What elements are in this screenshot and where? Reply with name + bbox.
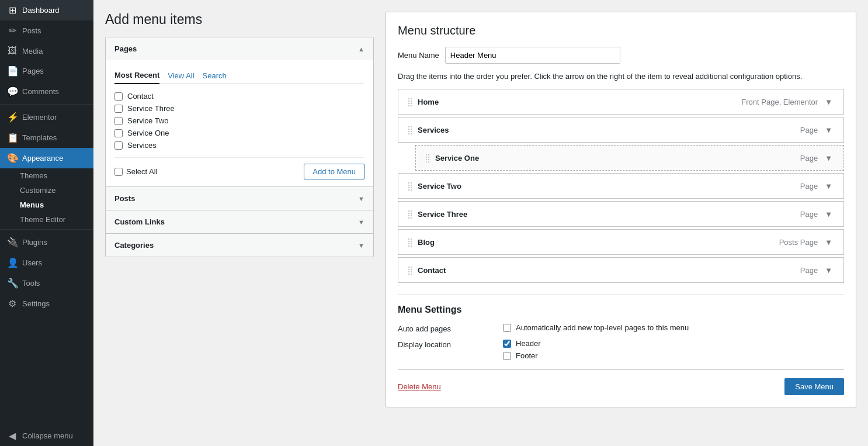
elementor-icon: ⚡ xyxy=(7,112,18,123)
service-two-checkbox[interactable] xyxy=(114,117,123,125)
tab-search[interactable]: Search xyxy=(203,67,227,84)
menu-name-input[interactable] xyxy=(445,47,620,64)
footer-checkbox[interactable] xyxy=(503,352,511,360)
menu-item-type: Page xyxy=(800,126,818,134)
auto-add-row: Auto add pages Automatically add new top… xyxy=(398,323,844,333)
menu-item-expand-button[interactable]: ▼ xyxy=(822,210,835,219)
header-checkbox[interactable] xyxy=(503,340,511,348)
services-label[interactable]: Services xyxy=(127,141,157,150)
auto-add-checkbox[interactable] xyxy=(503,324,511,332)
menu-item-expand-button[interactable]: ▼ xyxy=(822,126,835,134)
drag-handle-icon: ⣿ xyxy=(425,153,430,163)
menu-item-contact[interactable]: ⣿ Contact Page ▼ xyxy=(398,257,844,283)
menu-name-label: Menu Name xyxy=(398,51,439,60)
menu-item-expand-button[interactable]: ▼ xyxy=(822,182,835,191)
pages-accordion-header[interactable]: Pages ▲ xyxy=(106,37,373,60)
media-icon: 🖼 xyxy=(7,46,18,56)
custom-links-accordion: Custom Links ▼ xyxy=(106,210,373,234)
service-one-label[interactable]: Service One xyxy=(127,129,169,137)
select-all-label[interactable]: Select All xyxy=(114,167,157,176)
right-panel: Menu structure Menu Name Drag the items … xyxy=(386,12,856,407)
sidebar-item-pages[interactable]: 📄 Pages xyxy=(0,61,93,81)
left-panel: Add menu items Pages ▲ Most Recent View … xyxy=(105,12,374,257)
sidebar-item-media[interactable]: 🖼 Media xyxy=(0,41,93,61)
sidebar-item-plugins[interactable]: 🔌 Plugins xyxy=(0,232,93,253)
menu-actions: Delete Menu Save Menu xyxy=(398,369,844,395)
drag-handle-icon: ⣿ xyxy=(407,97,413,106)
drag-handle-icon: ⣿ xyxy=(407,265,413,275)
sidebar-item-appearance[interactable]: 🎨 Appearance xyxy=(0,148,93,168)
select-all-checkbox[interactable] xyxy=(114,168,123,176)
sidebar-item-dashboard[interactable]: ⊞ Dashboard xyxy=(0,0,93,20)
drag-handle-icon: ⣿ xyxy=(407,209,413,219)
sidebar-item-elementor[interactable]: ⚡ Elementor xyxy=(0,107,93,127)
sidebar-item-label: Tools xyxy=(22,279,40,288)
posts-section-title: Posts xyxy=(114,194,135,203)
submenu-menus[interactable]: Menus xyxy=(12,198,93,212)
sidebar-item-templates[interactable]: 📋 Templates xyxy=(0,127,93,148)
menu-item-expand-button[interactable]: ▼ xyxy=(822,266,835,275)
page-title: Add menu items xyxy=(105,12,374,27)
drag-handle-icon: ⣿ xyxy=(407,181,413,191)
pages-tab-row: Most Recent View All Search xyxy=(114,67,364,84)
settings-icon: ⚙ xyxy=(7,298,18,309)
auto-add-option[interactable]: Automatically add new top-level pages to… xyxy=(503,323,689,332)
sidebar-item-settings[interactable]: ⚙ Settings xyxy=(0,293,93,314)
sidebar-item-label: Templates xyxy=(22,133,57,142)
sidebar-item-collapse[interactable]: ◀ Collapse menu xyxy=(0,426,93,446)
sidebar-item-label: Elementor xyxy=(22,113,57,122)
display-location-label: Display location xyxy=(398,339,503,360)
submenu-themes[interactable]: Themes xyxy=(12,168,93,183)
list-item: Services xyxy=(114,139,364,151)
contact-label[interactable]: Contact xyxy=(127,92,154,101)
sidebar-item-users[interactable]: 👤 Users xyxy=(0,253,93,273)
add-menu-items-panel: Pages ▲ Most Recent View All Search C xyxy=(105,37,374,257)
contact-checkbox[interactable] xyxy=(114,92,123,101)
pages-chevron-up-icon: ▲ xyxy=(358,46,364,53)
drag-hint: Drag the items into the order you prefer… xyxy=(398,72,844,81)
display-location-row: Display location Header Footer xyxy=(398,339,844,360)
service-one-checkbox[interactable] xyxy=(114,129,123,137)
sidebar-item-comments[interactable]: 💬 Comments xyxy=(0,81,93,102)
menu-item-expand-button[interactable]: ▼ xyxy=(822,154,835,163)
sidebar-item-label: Media xyxy=(22,47,43,56)
menu-item-service-three[interactable]: ⣿ Service Three Page ▼ xyxy=(398,201,844,227)
menu-item-service-one[interactable]: ⣿ Service One Page ▼ xyxy=(415,145,844,171)
sidebar-item-tools[interactable]: 🔧 Tools xyxy=(0,273,93,293)
auto-add-label: Auto add pages xyxy=(398,323,503,333)
menu-item-services[interactable]: ⣿ Services Page ▼ xyxy=(398,117,844,143)
services-checkbox[interactable] xyxy=(114,141,123,150)
collapse-label: Collapse menu xyxy=(22,431,73,440)
submenu-theme-editor[interactable]: Theme Editor xyxy=(12,212,93,227)
menu-item-expand-button[interactable]: ▼ xyxy=(822,98,835,106)
custom-links-title: Custom Links xyxy=(114,217,165,226)
menu-item-name: Service Two xyxy=(418,182,461,191)
save-menu-button[interactable]: Save Menu xyxy=(784,378,844,395)
add-to-menu-button[interactable]: Add to Menu xyxy=(304,164,364,179)
categories-accordion-header[interactable]: Categories ▼ xyxy=(106,234,373,257)
delete-menu-button[interactable]: Delete Menu xyxy=(398,382,441,391)
menu-item-expand-button[interactable]: ▼ xyxy=(822,238,835,247)
appearance-submenu: Themes Customize Menus Theme Editor xyxy=(0,168,93,227)
footer-location-option[interactable]: Footer xyxy=(503,351,541,360)
posts-icon: ✏ xyxy=(7,25,18,36)
service-three-label[interactable]: Service Three xyxy=(127,104,175,113)
header-location-option[interactable]: Header xyxy=(503,339,541,348)
custom-links-accordion-header[interactable]: Custom Links ▼ xyxy=(106,210,373,233)
submenu-customize[interactable]: Customize xyxy=(12,183,93,198)
service-two-label[interactable]: Service Two xyxy=(127,116,169,125)
appearance-icon: 🎨 xyxy=(7,153,18,164)
sidebar-item-label: Pages xyxy=(22,67,44,75)
plugins-icon: 🔌 xyxy=(7,237,18,248)
tab-most-recent[interactable]: Most Recent xyxy=(114,67,159,84)
menu-item-home[interactable]: ⣿ Home Front Page, Elementor ▼ xyxy=(398,89,844,115)
tab-view-all[interactable]: View All xyxy=(168,67,194,84)
menu-item-blog[interactable]: ⣿ Blog Posts Page ▼ xyxy=(398,229,844,255)
menu-settings: Menu Settings Auto add pages Automatical… xyxy=(398,295,844,360)
service-three-checkbox[interactable] xyxy=(114,105,123,113)
custom-links-chevron-icon: ▼ xyxy=(358,219,364,226)
sidebar-item-posts[interactable]: ✏ Posts xyxy=(0,20,93,41)
menu-item-service-two[interactable]: ⣿ Service Two Page ▼ xyxy=(398,173,844,199)
menu-item-type: Front Page, Elementor xyxy=(741,98,818,106)
posts-accordion-header[interactable]: Posts ▼ xyxy=(106,187,373,210)
